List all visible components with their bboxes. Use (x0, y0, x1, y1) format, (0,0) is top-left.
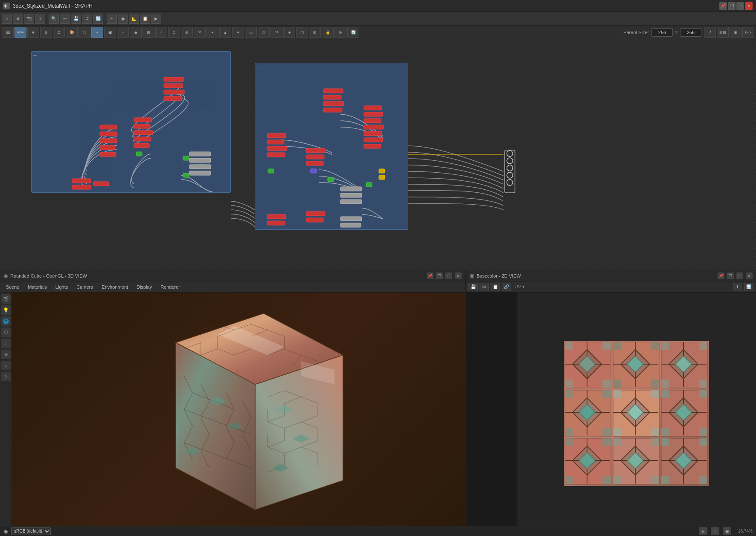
menu-scene[interactable]: Scene (2, 283, 23, 291)
view3d-content: 🎬 💡 🌐 ⬡ ↕ ◈ ○ ◊ (0, 293, 465, 535)
undo-button[interactable]: ↩ (60, 14, 70, 24)
restore-button[interactable]: □ (736, 2, 744, 10)
status-grid-btn[interactable]: ⊞ (699, 527, 707, 535)
tb2-arrow-btn[interactable]: ⊳⊳ (742, 27, 754, 38)
view3d-restore-btn[interactable]: □ (445, 272, 452, 279)
clipboard-button[interactable]: 📋 (140, 14, 150, 24)
cut-button[interactable]: ✂ (107, 14, 117, 24)
v2d-folder-btn[interactable]: 🗂 (480, 283, 489, 291)
graph-area[interactable]: — (0, 39, 756, 270)
menu-camera[interactable]: Camera (72, 283, 97, 291)
tb2-rotate-btn[interactable]: 🔄 (347, 27, 359, 38)
tb2-dot-btn[interactable]: ● (206, 27, 218, 38)
tb2-grid3-btn[interactable]: ⊞ (309, 27, 321, 38)
view2d-maximize-btn[interactable]: ❐ (727, 272, 734, 279)
view3d-close-btn[interactable]: ✕ (455, 272, 462, 279)
tb2-grid2-btn[interactable]: ⊞ (142, 27, 154, 38)
tb2-lock-btn[interactable]: 🔒 (322, 27, 334, 38)
tb2-image-btn[interactable]: 🖼 (2, 27, 14, 38)
tb2-plus2-btn[interactable]: ⊕ (181, 27, 193, 38)
play-button[interactable]: ▶ (151, 14, 161, 24)
tb2-tile-btn[interactable]: ▣ (730, 27, 741, 38)
menu-environment[interactable]: Environment (97, 283, 132, 291)
home-button[interactable]: ⌂ (2, 14, 12, 24)
tb2-star-btn[interactable]: ✦ (91, 27, 103, 38)
maximize-button[interactable]: ❐ (728, 2, 736, 10)
diamond-icon[interactable]: ◊ (1, 372, 11, 381)
uv-label[interactable]: UV ▾ (513, 284, 526, 290)
v2d-chart-btn[interactable]: 📊 (744, 283, 753, 291)
svg-rect-90 (602, 342, 611, 350)
color-space-select[interactable]: sRGB (default) (11, 527, 51, 535)
tb2-bullseye-btn[interactable]: ◎ (258, 27, 270, 38)
view2d-close-btn[interactable]: ✕ (746, 272, 753, 279)
tb2-grid-btn[interactable]: ▣ (104, 27, 116, 38)
tb2-circle2-btn[interactable]: ○ (117, 27, 129, 38)
circle-icon[interactable]: ○ (1, 361, 11, 370)
tb2-omega-btn[interactable]: Ω (53, 27, 65, 38)
tb2-A-btn[interactable]: A (232, 27, 244, 38)
menu-renderer[interactable]: Renderer (156, 283, 184, 291)
tb2-solid-btn[interactable]: ■ (27, 27, 39, 38)
svg-rect-40 (364, 144, 381, 148)
refresh-button[interactable]: ↺ (82, 14, 92, 24)
video-icon[interactable]: 🎬 (1, 294, 11, 304)
svg-rect-166 (613, 438, 621, 446)
view2d-pin-btn[interactable]: 📌 (718, 272, 724, 279)
close-button[interactable]: ✕ (745, 2, 753, 10)
view3d-maximize-btn[interactable]: ❐ (436, 272, 443, 279)
menu-display[interactable]: Display (132, 283, 156, 291)
svg-text:—: — (501, 147, 505, 151)
zoom-button[interactable]: 🔍 (49, 14, 59, 24)
svg-rect-52 (340, 193, 362, 197)
ring-icon[interactable]: ◈ (1, 350, 11, 359)
v2d-link-btn[interactable]: 🔗 (502, 283, 511, 291)
tb2-check-btn[interactable]: ✓ (155, 27, 167, 38)
view2d-restore-btn[interactable]: □ (736, 272, 743, 279)
ruler-button[interactable]: 📐 (129, 14, 139, 24)
tb2-grid4-btn[interactable]: ⊞⊞ (717, 27, 729, 38)
tb2-diamond-btn[interactable]: ◆ (130, 27, 142, 38)
status-tile-btn[interactable]: ▣ (723, 527, 731, 535)
view3d-pin-btn[interactable]: 📌 (427, 272, 433, 279)
viewport-3d[interactable] (12, 293, 465, 535)
menu-lights[interactable]: Lights (51, 283, 72, 291)
parent-size-w-input[interactable] (651, 28, 673, 37)
svg-rect-158 (602, 476, 611, 484)
v2d-save-btn[interactable]: 💾 (468, 283, 478, 291)
pin-button[interactable]: 📌 (719, 2, 727, 10)
tb2-ring-btn[interactable]: ⊙ (168, 27, 180, 38)
tb2-ring2-btn[interactable]: ◈ (283, 27, 295, 38)
tb2-square-btn[interactable]: ▢ (296, 27, 308, 38)
tb2-paint-btn[interactable]: 🎨 (66, 27, 78, 38)
info-button[interactable]: ℹ (35, 14, 45, 24)
tb2-01-btn[interactable]: 01 (194, 27, 206, 38)
tb2-triangle-btn[interactable]: ▲ (219, 27, 231, 38)
globe-icon[interactable]: 🌐 (1, 316, 11, 326)
tb2-plus-btn[interactable]: ⊕ (40, 27, 52, 38)
tb2-rgba-btn[interactable]: rgba (15, 27, 26, 38)
svg-rect-44 (267, 153, 285, 157)
tb2-rect-btn[interactable]: ▭ (245, 27, 257, 38)
v2d-copy-btn[interactable]: 📋 (491, 283, 500, 291)
circle-button[interactable]: ◉ (118, 14, 128, 24)
rotate-button[interactable]: 🔄 (93, 14, 103, 24)
tb2-01b-btn[interactable]: 01 (270, 27, 282, 38)
hex-icon[interactable]: ⬡ (1, 327, 11, 337)
svg-rect-62 (340, 223, 361, 227)
menu-materials[interactable]: Materials (23, 283, 51, 291)
tb2-refresh2-btn[interactable]: ↺ (704, 27, 716, 38)
svg-rect-55 (379, 169, 385, 173)
light-icon[interactable]: 💡 (1, 305, 11, 315)
tb2-ring3-btn[interactable]: ⊚ (334, 27, 346, 38)
v2d-info-btn[interactable]: ℹ (733, 283, 742, 291)
arrows-icon[interactable]: ↕ (1, 339, 11, 348)
status-arrows-btn[interactable]: ↕ (711, 527, 719, 535)
tb2-hex-btn[interactable]: ⬡ (79, 27, 90, 38)
menu-button[interactable]: ≡ (13, 14, 23, 24)
parent-size-h-input[interactable] (680, 28, 701, 37)
save-button[interactable]: 💾 (71, 14, 81, 24)
svg-rect-125 (602, 428, 611, 436)
camera-button[interactable]: 📷 (24, 14, 34, 24)
texture-preview-area[interactable]: 2048 x 2048 (RGBA, 8bpc) (517, 293, 756, 535)
